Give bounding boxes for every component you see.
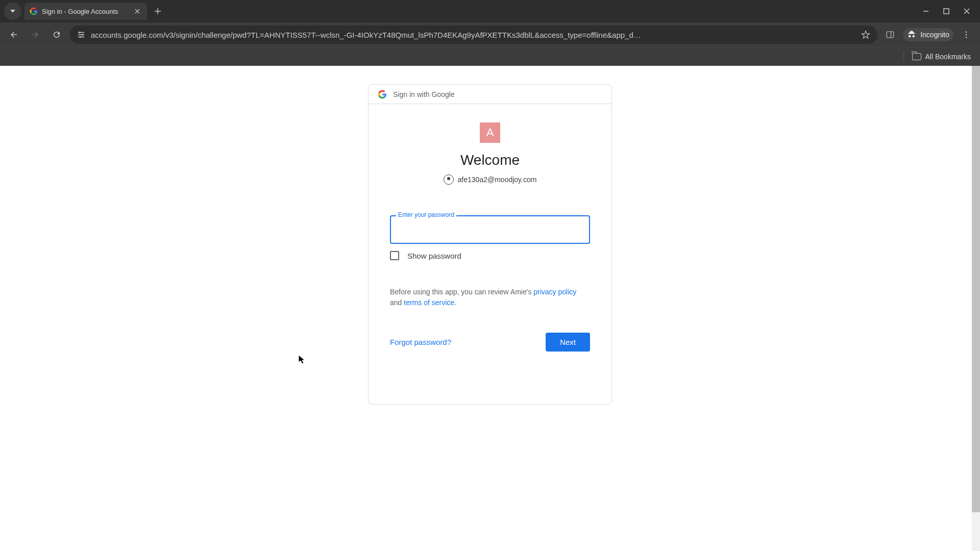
card-body: A Welcome afe130a2@moodjoy.com Enter you… xyxy=(369,104,611,364)
svg-point-7 xyxy=(966,34,967,36)
arrow-left-icon xyxy=(9,30,18,39)
arrow-right-icon xyxy=(31,30,40,39)
policy-prefix: Before using this app, you can review Am… xyxy=(390,288,533,296)
incognito-label: Incognito xyxy=(920,31,949,39)
password-input[interactable] xyxy=(390,215,590,244)
google-logo-icon xyxy=(378,90,387,99)
account-email: afe130a2@moodjoy.com xyxy=(458,176,537,184)
next-button[interactable]: Next xyxy=(546,333,590,352)
star-icon[interactable] xyxy=(861,30,870,39)
browser-chrome: Sign in - Google Accounts xyxy=(0,0,980,66)
back-button[interactable] xyxy=(5,26,22,43)
incognito-icon xyxy=(907,30,916,39)
minimize-icon xyxy=(923,8,929,14)
folder-icon xyxy=(912,53,921,60)
active-tab[interactable]: Sign in - Google Accounts xyxy=(24,3,147,20)
site-settings-icon xyxy=(77,30,86,39)
app-avatar: A xyxy=(480,122,500,143)
plus-icon xyxy=(154,8,161,15)
svg-point-6 xyxy=(966,31,967,33)
tab-search-button[interactable] xyxy=(4,3,21,20)
privacy-policy-link[interactable]: privacy policy xyxy=(533,288,576,296)
signin-card: Sign in with Google A Welcome afe130a2@m… xyxy=(368,84,612,405)
tab-strip: Sign in - Google Accounts xyxy=(0,0,980,22)
password-field-wrapper: Enter your password xyxy=(390,215,590,244)
google-favicon-icon xyxy=(30,7,38,15)
chevron-down-icon xyxy=(10,10,15,13)
actions-row: Forgot password? Next xyxy=(390,333,590,352)
svg-point-2 xyxy=(82,34,84,36)
terms-link[interactable]: terms of service xyxy=(404,298,454,307)
panel-icon xyxy=(886,30,895,39)
bookmarks-bar: All Bookmarks xyxy=(0,47,980,66)
close-icon xyxy=(135,9,140,14)
window-controls xyxy=(922,7,980,15)
forward-button[interactable] xyxy=(27,26,44,43)
password-label: Enter your password xyxy=(396,211,456,218)
toolbar: accounts.google.com/v3/signin/challenge/… xyxy=(0,22,980,47)
address-bar[interactable]: accounts.google.com/v3/signin/challenge/… xyxy=(69,26,877,44)
close-window-button[interactable] xyxy=(963,7,971,15)
dots-vertical-icon xyxy=(962,30,971,39)
policy-suffix: . xyxy=(454,298,456,307)
show-password-label: Show password xyxy=(407,252,461,260)
maximize-icon xyxy=(943,8,949,14)
reload-icon xyxy=(52,30,61,39)
new-tab-button[interactable] xyxy=(150,4,165,19)
all-bookmarks-label: All Bookmarks xyxy=(925,53,971,61)
svg-point-8 xyxy=(966,37,967,38)
welcome-heading: Welcome xyxy=(390,152,590,168)
app-initial: A xyxy=(486,126,494,139)
url-text: accounts.google.com/v3/signin/challenge/… xyxy=(91,31,856,39)
svg-rect-4 xyxy=(887,32,894,38)
policy-text: Before using this app, you can review Am… xyxy=(390,287,590,308)
signin-header-text: Sign in with Google xyxy=(393,90,455,98)
policy-and: and xyxy=(390,298,404,307)
svg-rect-0 xyxy=(944,9,949,14)
forgot-password-link[interactable]: Forgot password? xyxy=(390,338,451,346)
all-bookmarks-button[interactable]: All Bookmarks xyxy=(912,53,971,61)
maximize-button[interactable] xyxy=(942,7,950,15)
tab-title: Sign in - Google Accounts xyxy=(42,8,118,15)
scrollbar[interactable] xyxy=(972,66,980,551)
scrollbar-thumb[interactable] xyxy=(972,66,980,512)
card-header: Sign in with Google xyxy=(369,85,611,104)
svg-point-1 xyxy=(79,32,81,33)
menu-button[interactable] xyxy=(958,26,975,43)
svg-point-3 xyxy=(80,36,81,38)
person-icon xyxy=(444,174,454,185)
cursor-icon xyxy=(298,354,307,365)
show-password-checkbox[interactable] xyxy=(390,251,399,260)
tab-close-button[interactable] xyxy=(133,7,142,16)
incognito-indicator[interactable]: Incognito xyxy=(903,28,953,41)
side-panel-button[interactable] xyxy=(881,26,899,43)
account-chip[interactable]: afe130a2@moodjoy.com xyxy=(390,174,590,185)
close-icon xyxy=(964,8,970,14)
show-password-row: Show password xyxy=(390,251,590,260)
reload-button[interactable] xyxy=(48,26,65,43)
separator xyxy=(903,52,904,62)
minimize-button[interactable] xyxy=(922,7,930,15)
page-content: Sign in with Google A Welcome afe130a2@m… xyxy=(0,66,980,551)
